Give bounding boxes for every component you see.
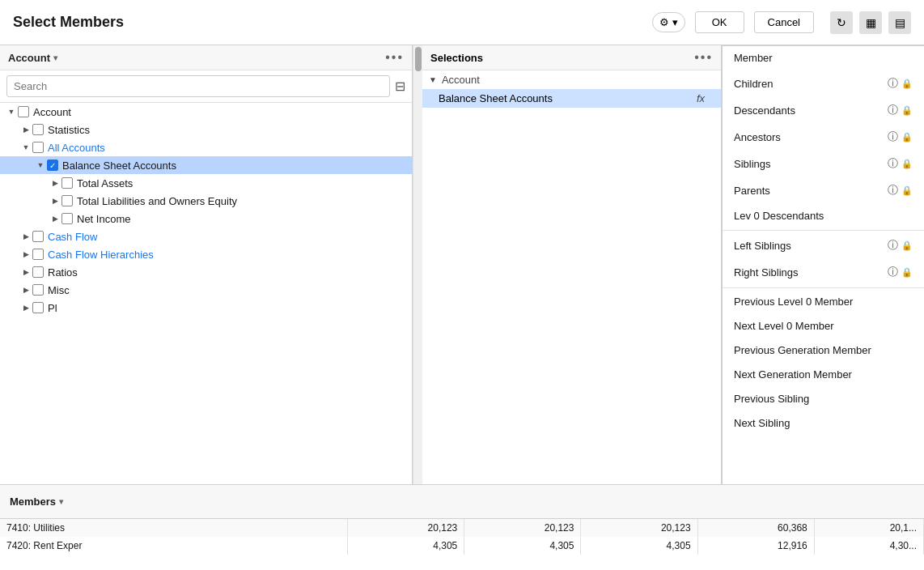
data-table-container: 7410: Utilities 20,123 20,123 20,123 60,… [0,518,924,570]
tree-label-statistics: Statistics [48,124,90,136]
selections-more-btn[interactable]: ••• [694,50,713,65]
menu-item-right-siblings[interactable]: Right Siblings ⓘ 🔒 [723,259,924,286]
menu-item-siblings[interactable]: Siblings ⓘ 🔒 [723,151,924,177]
menu-label-next-gen: Next Generation Member [734,368,913,381]
selections-scroll[interactable]: ▼ Account Balance Sheet Accounts fx [422,70,721,536]
tree-item-cash-flow[interactable]: ▶ Cash Flow [0,228,412,245]
ok-button[interactable]: OK [695,11,744,33]
tree-item-total-liabilities[interactable]: ▶ Total Liabilities and Owners Equity [0,192,412,210]
col3-cell-2: 4,305 [581,537,697,555]
checkbox-pl[interactable] [32,302,44,313]
menu-label-right-siblings: Right Siblings [734,266,885,279]
table-row[interactable]: 7410: Utilities 20,123 20,123 20,123 60,… [0,519,924,537]
checkbox-ratios[interactable] [32,266,44,278]
selection-item-label: Balance Sheet Accounts [439,92,553,104]
selection-root-item: ▼ Account [422,70,721,89]
checkbox-statistics[interactable] [32,124,44,135]
tree-item-pl[interactable]: ▶ Pl [0,299,412,317]
menu-item-prev-level0[interactable]: Previous Level 0 Member [723,290,924,314]
left-panel-scrollbar[interactable] [413,45,422,536]
checkbox-account[interactable] [18,106,29,117]
descendants-lock-icon: 🔒 [901,105,913,116]
filter-btn[interactable]: ⊟ [395,79,405,94]
search-input[interactable] [6,75,390,97]
fx-button[interactable]: fx [697,92,705,104]
dimension-dropdown-btn[interactable]: Account ▾ [8,52,57,64]
menu-item-member[interactable]: Member [723,46,924,70]
menu-item-next-sibling[interactable]: Next Sibling [723,411,924,436]
tree-label-account: Account [33,106,71,118]
tree-label-pl: Pl [48,302,57,314]
col4-cell-1: 60,368 [697,519,814,537]
expand-cash-flow-hier-icon: ▶ [19,248,32,261]
ancestors-lock-icon: 🔒 [901,132,913,142]
members-btn[interactable]: Members ▾ [10,496,63,508]
menu-label-ancestors: Ancestors [734,131,885,143]
checkbox-cash-flow-hier[interactable] [32,249,44,260]
checkbox-total-liabilities[interactable] [61,195,73,206]
tree-label-net-income: Net Income [77,213,130,225]
tree-label-ratios: Ratios [48,266,78,279]
menu-label-next-sibling: Next Sibling [734,417,913,429]
gear-dropdown-btn[interactable]: ⚙ ▾ [652,12,685,32]
checkbox-total-assets[interactable] [61,177,73,189]
tree-item-statistics[interactable]: ▶ Statistics [0,121,412,138]
ancestors-info-icon: ⓘ [885,130,900,144]
menu-item-parents[interactable]: Parents ⓘ 🔒 [723,177,924,204]
dimension-label: Account [8,52,50,64]
top-bar: Select Members ⚙ ▾ OK Cancel ↻ ▦ ▤ [0,0,924,45]
table-row[interactable]: 7420: Rent Exper 4,305 4,305 4,305 12,91… [0,537,924,555]
left-panel-more-btn[interactable]: ••• [385,50,404,65]
left-panel-scroll-thumb[interactable] [415,47,422,71]
tree-label-cash-flow-hier: Cash Flow Hierarchies [48,249,154,261]
menu-item-descendants[interactable]: Descendants ⓘ 🔒 [723,97,924,124]
selections-title: Selections [430,52,483,64]
tree-label-total-assets: Total Assets [77,177,133,189]
members-chevron-icon: ▾ [59,497,63,506]
menu-item-children[interactable]: Children ⓘ 🔒 [723,70,924,97]
col2-cell-1: 20,123 [464,519,581,537]
menu-item-next-level0[interactable]: Next Level 0 Member [723,314,924,338]
menu-label-lev0-descendants: Lev 0 Descendants [734,210,913,222]
tree-label-all-accounts: All Accounts [48,142,105,154]
grid-icon[interactable]: ▦ [859,11,882,34]
refresh-icon[interactable]: ↻ [830,11,853,34]
menu-item-prev-gen[interactable]: Previous Generation Member [723,338,924,363]
tree-item-net-income[interactable]: ▶ Net Income [0,210,412,228]
menu-item-lev0-descendants[interactable]: Lev 0 Descendants [723,204,924,228]
checkbox-net-income[interactable] [61,213,73,224]
expand-statistics-icon: ▶ [19,123,32,136]
bottom-bar: Members ▾ [0,484,924,518]
col1-cell-2: 4,305 [348,537,464,555]
checkbox-misc[interactable] [32,284,44,296]
menu-item-next-gen[interactable]: Next Generation Member [723,363,924,387]
search-row: ⊟ [0,70,412,103]
tree-item-total-assets[interactable]: ▶ Total Assets [0,174,412,192]
menu-item-prev-sibling[interactable]: Previous Sibling [723,387,924,411]
right-siblings-info-icon: ⓘ [885,265,900,279]
selection-balance-sheet-item[interactable]: Balance Sheet Accounts fx [422,89,721,108]
main-layout: Account ▾ ••• ⊟ ▼ Account [0,45,924,536]
menu-label-left-siblings: Left Siblings [734,240,885,252]
tree-container[interactable]: ▼ Account ▶ Statistics ▼ All Accounts [0,103,412,536]
left-siblings-info-icon: ⓘ [885,238,900,253]
tree-item-cash-flow-hier[interactable]: ▶ Cash Flow Hierarchies [0,245,412,263]
tree-item-ratios[interactable]: ▶ Ratios [0,263,412,281]
panel-icon[interactable]: ▤ [888,11,911,34]
dialog-title: Select Members [13,14,642,31]
tree-label-balance-sheet: Balance Sheet Accounts [62,160,176,172]
checkbox-all-accounts[interactable] [32,142,44,153]
tree-item-misc[interactable]: ▶ Misc [0,281,412,299]
checkbox-balance-sheet[interactable]: ✓ [47,160,58,171]
tree-item-balance-sheet[interactable]: ▼ ✓ Balance Sheet Accounts [0,156,412,174]
menu-item-ancestors[interactable]: Ancestors ⓘ 🔒 [723,124,924,151]
siblings-lock-icon: 🔒 [901,159,913,169]
menu-label-siblings: Siblings [734,158,885,170]
menu-item-left-siblings[interactable]: Left Siblings ⓘ 🔒 [723,232,924,259]
top-right-icons: ↻ ▦ ▤ [830,11,911,34]
checkbox-cash-flow[interactable] [32,231,44,242]
cancel-button[interactable]: Cancel [754,11,814,33]
tree-item-all-accounts[interactable]: ▼ All Accounts [0,138,412,156]
tree-item-account[interactable]: ▼ Account [0,103,412,121]
members-label: Members [10,496,56,508]
